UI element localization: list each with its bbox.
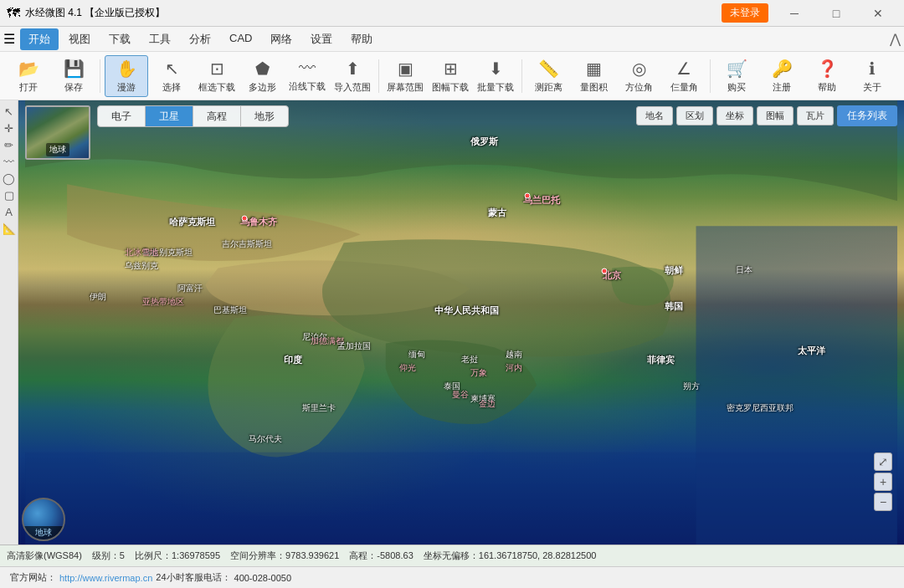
tool-icon-pan: ✋ [116, 59, 137, 79]
left-sidebar: ↖ ✛ ✏ 〰 ◯ ▢ A 📐 [0, 100, 18, 545]
toolbar-separator [521, 59, 522, 93]
tool-btn-bearing[interactable]: ◎方位角 [617, 55, 660, 97]
sidebar-circle-tool[interactable]: ◯ [2, 171, 17, 186]
tool-icon-about: ℹ [869, 59, 876, 79]
tool-label-import-range: 导入范围 [334, 81, 371, 94]
tool-icon-box-download: ⊡ [210, 59, 224, 79]
tool-btn-tile-download[interactable]: ⊞图幅下载 [429, 55, 472, 97]
tool-btn-measure-area[interactable]: ▦量图积 [572, 55, 615, 97]
toolbar-separator [710, 59, 711, 93]
tool-label-angle: 仨量角 [670, 81, 698, 94]
website-label: 官方网站： [10, 571, 56, 584]
map-ctrl-btn-区划[interactable]: 区划 [676, 106, 713, 125]
tool-btn-save[interactable]: 💾保存 [52, 55, 95, 97]
sidebar-pen-tool[interactable]: ✏ [2, 137, 17, 152]
menu-collapse-icon[interactable]: ⋀ [890, 31, 901, 47]
tool-btn-measure-dist[interactable]: 📏测距离 [526, 55, 570, 97]
tool-icon-buy: 🛒 [727, 59, 747, 79]
sidebar-cursor-tool[interactable]: ✛ [2, 120, 17, 135]
menu-item-下载[interactable]: 下载 [100, 28, 139, 50]
map-controls-right: 地名区划坐标图幅瓦片 任务列表 [636, 105, 897, 126]
tool-label-about: 关于 [863, 81, 881, 94]
sidebar-rect-tool[interactable]: ▢ [2, 187, 17, 202]
tool-btn-batch-download[interactable]: ⬇批量下载 [474, 55, 517, 97]
maximize-button[interactable]: □ [817, 2, 855, 25]
tool-btn-help[interactable]: ❓帮助 [805, 55, 849, 97]
tool-icon-angle: ∠ [676, 59, 691, 79]
menu-item-工具[interactable]: 工具 [141, 28, 179, 50]
map-tab-电子[interactable]: 电子 [98, 106, 146, 126]
tool-btn-screen-range[interactable]: ▣屏幕范围 [383, 55, 427, 97]
tool-icon-bearing: ◎ [632, 59, 646, 79]
tool-btn-open[interactable]: 📂打开 [7, 55, 50, 97]
menu-item-视图[interactable]: 视图 [60, 28, 99, 50]
tool-btn-select[interactable]: ↖选择 [150, 55, 193, 97]
map-tab-卫星[interactable]: 卫星 [146, 106, 193, 126]
app-icon: 🗺 [7, 6, 20, 21]
menu-item-设置[interactable]: 设置 [302, 28, 341, 50]
map-ctrl-btn-图幅[interactable]: 图幅 [757, 106, 794, 125]
zoom-in-button[interactable]: + [874, 473, 892, 491]
map-dot-北京 [602, 268, 608, 274]
login-button[interactable]: 未登录 [722, 3, 768, 23]
minimize-button[interactable]: ─ [775, 2, 814, 25]
menu-item-CAD[interactable]: CAD [221, 28, 260, 50]
map-area[interactable]: 俄罗斯蒙古中华人民共和国朝鲜韩国印度尼泊尔缅甸老挝越南泰国柬埔寨菲律宾哈萨克斯坦… [18, 100, 904, 545]
sidebar-line-tool[interactable]: 〰 [2, 154, 17, 169]
globe-widget[interactable]: 地球 [22, 498, 65, 541]
tool-btn-angle[interactable]: ∠仨量角 [662, 55, 706, 97]
toolbar-separator [378, 59, 379, 93]
menu-item-网络[interactable]: 网络 [262, 28, 300, 50]
tool-icon-save: 💾 [64, 59, 85, 79]
full-extent-button[interactable]: ⤢ [874, 453, 892, 471]
tool-label-tile-download: 图幅下载 [432, 81, 469, 94]
map-source-tabs: 电子卫星高程地形 [97, 105, 289, 127]
map-tab-地形[interactable]: 地形 [241, 106, 288, 126]
tool-label-polygon: 多边形 [249, 81, 276, 94]
tool-btn-about[interactable]: ℹ关于 [850, 55, 894, 97]
tool-label-pan: 漫游 [117, 81, 136, 94]
website-link[interactable]: http://www.rivermap.cn [59, 573, 152, 583]
sidebar-arrow-tool[interactable]: ↖ [2, 104, 17, 119]
sidebar-text-tool[interactable]: A [2, 204, 17, 219]
tool-btn-box-download[interactable]: ⊡框选下载 [195, 55, 239, 97]
tool-label-help: 帮助 [818, 81, 836, 94]
map-visual [18, 100, 904, 545]
menu-item-帮助[interactable]: 帮助 [342, 28, 381, 50]
map-tab-高程[interactable]: 高程 [193, 106, 241, 126]
map-ctrl-btn-坐标[interactable]: 坐标 [717, 106, 753, 125]
tool-label-select: 选择 [162, 81, 181, 94]
hamburger-icon[interactable]: ☰ [3, 31, 15, 47]
tool-label-batch-download: 批量下载 [477, 81, 514, 94]
sidebar-measure-tool[interactable]: 📐 [2, 221, 17, 236]
tool-label-register: 注册 [773, 81, 791, 94]
zoom-controls: ⤢ + − [874, 453, 892, 511]
map-ctrl-btn-地名[interactable]: 地名 [636, 106, 673, 125]
tool-label-screen-range: 屏幕范围 [387, 81, 424, 94]
zoom-out-button[interactable]: − [874, 493, 892, 511]
task-list-button[interactable]: 任务列表 [837, 105, 897, 126]
resolution-label: 空间分辨率：9783.939621 [230, 550, 339, 562]
menu-item-分析[interactable]: 分析 [181, 28, 219, 50]
tool-btn-import-range[interactable]: ⬆导入范围 [331, 55, 374, 97]
tool-btn-line-download[interactable]: 〰沿线下载 [285, 55, 329, 97]
scale-label: 比例尺：1:36978595 [135, 550, 220, 562]
tool-label-buy: 购买 [727, 81, 746, 94]
tool-btn-buy[interactable]: 🛒购买 [715, 55, 758, 97]
tool-icon-import-range: ⬆ [346, 59, 360, 79]
tool-label-save: 保存 [64, 81, 83, 94]
menu-item-开始[interactable]: 开始 [20, 28, 59, 50]
tool-btn-polygon[interactable]: ⬟多边形 [240, 55, 284, 97]
map-ctrl-btn-瓦片[interactable]: 瓦片 [797, 106, 834, 125]
close-button[interactable]: ✕ [859, 2, 897, 25]
tool-label-box-download: 框选下载 [198, 81, 235, 94]
tool-label-open: 打开 [19, 81, 38, 94]
tool-label-bearing: 方位角 [625, 81, 653, 94]
map-dot-乌兰巴托 [525, 193, 531, 199]
tool-icon-tile-download: ⊞ [444, 59, 458, 79]
tool-btn-pan[interactable]: ✋漫游 [105, 55, 148, 97]
tool-icon-register: 🔑 [772, 59, 793, 79]
tool-btn-register[interactable]: 🔑注册 [760, 55, 804, 97]
tool-icon-select: ↖ [165, 59, 179, 79]
level-label: 级别：5 [92, 550, 125, 562]
